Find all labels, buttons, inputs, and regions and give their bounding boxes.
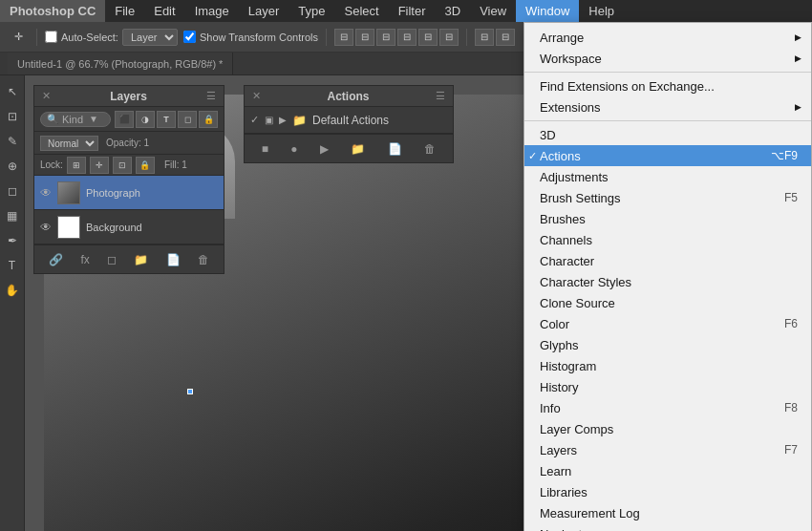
actions-panel-header: ✕ Actions ☰ [245,86,453,107]
document-tab[interactable]: Untitled-1 @ 66.7% (Photograph, RGB/8#) … [8,53,233,74]
filter-adjust-btn[interactable]: ◑ [136,111,155,128]
layers-search[interactable]: 🔍 Kind ▼ [40,112,111,127]
align-center-btn[interactable]: ⊟ [355,29,374,46]
lock-all-btn[interactable]: 🔒 [136,157,155,174]
app-name[interactable]: Photoshop CC [0,0,105,22]
align-left-btn[interactable]: ⊟ [334,29,353,46]
selection-handle-bl[interactable] [187,389,193,394]
actions-new-set-icon[interactable]: 📁 [351,142,365,156]
menu-find-extensions[interactable]: Find Extensions on Exchange... [524,75,811,96]
layers-panel-menu-icon[interactable]: ☰ [206,90,216,102]
align-top-btn[interactable]: ⊟ [397,29,417,46]
filter-pixel-btn[interactable]: ⬛ [115,111,134,128]
actions-default-row[interactable]: ✓ ▣ ▶ 📁 Default Actions [245,107,453,134]
navigator-label: Navigator [540,527,593,532]
eraser-tool-icon[interactable]: ◻ [2,181,23,202]
menu-actions[interactable]: ✓ Actions ⌥F9 [524,145,811,166]
menu-navigator[interactable]: Navigator [524,523,811,531]
menu-view[interactable]: View [470,0,516,22]
actions-record-icon[interactable]: ● [290,142,297,156]
menu-adjustments[interactable]: Adjustments [524,166,811,187]
layers-panel-title: Layers [110,90,147,103]
menu-image[interactable]: Image [185,0,239,22]
menu-workspace[interactable]: Workspace [524,48,811,69]
menu-filter[interactable]: Filter [389,0,436,22]
crop-tool-icon[interactable]: ⊡ [2,106,23,127]
menu-histogram[interactable]: Histogram [524,355,811,376]
footer-fx-icon[interactable]: fx [80,253,89,266]
menu-arrange[interactable]: Arrange [524,27,811,48]
menu-edit[interactable]: Edit [144,0,184,22]
actions-stop-icon[interactable]: ■ [262,142,268,156]
filter-text-btn[interactable]: T [157,111,176,128]
lock-pixels-btn[interactable]: ⊞ [67,157,86,174]
menu-info[interactable]: Info F8 [524,397,811,418]
menu-channels[interactable]: Channels [524,229,811,250]
gradient-tool-icon[interactable]: ▦ [2,205,23,226]
clone-tool-icon[interactable]: ⊕ [2,156,23,177]
actions-shortcut: ⌥F9 [771,149,798,162]
menu-character-styles[interactable]: Character Styles [524,271,811,292]
layer-eye-photograph[interactable]: 👁 [40,186,52,200]
align-middle-btn[interactable]: ⊟ [418,29,438,46]
actions-panel-close[interactable]: ✕ [252,90,261,102]
filter-smart-btn[interactable]: 🔒 [199,111,218,128]
menu-3d[interactable]: 3D [436,0,471,22]
menu-file[interactable]: File [105,0,144,22]
menu-libraries[interactable]: Libraries [524,481,811,502]
distribute-btn[interactable]: ⊟ [475,29,494,46]
auto-select-dropdown[interactable]: Layer [122,29,178,46]
menu-brushes[interactable]: Brushes [524,208,811,229]
brush-tool-icon[interactable]: ✎ [2,131,23,152]
histogram-label: Histogram [540,359,596,373]
footer-link-icon[interactable]: 🔗 [49,253,63,266]
layer-item-background[interactable]: 👁 Background [34,210,224,244]
menu-brush-settings[interactable]: Brush Settings F5 [524,187,811,208]
footer-delete-icon[interactable]: 🗑 [198,253,209,266]
actions-panel-menu-icon[interactable]: ☰ [436,90,445,102]
show-transform-checkbox[interactable] [183,31,196,43]
layers-panel-close[interactable]: ✕ [42,90,51,102]
menu-color[interactable]: Color F6 [524,313,811,334]
menu-layer-comps[interactable]: Layer Comps [524,418,811,439]
footer-group-icon[interactable]: 📁 [134,253,148,266]
layer-item-photograph[interactable]: 👁 Photograph [34,176,224,210]
distribute2-btn[interactable]: ⊟ [496,29,515,46]
menu-help[interactable]: Help [579,0,624,22]
align-right-btn[interactable]: ⊟ [376,29,395,46]
text-tool-icon[interactable]: T [2,255,23,276]
actions-delete-icon[interactable]: 🗑 [424,142,436,156]
menu-layers[interactable]: Layers F7 [524,439,811,460]
menu-measurement-log[interactable]: Measurement Log [524,502,811,523]
menu-layer[interactable]: Layer [239,0,289,22]
actions-arrow-icon[interactable]: ▶ [279,115,287,125]
menu-3d[interactable]: 3D [524,124,811,145]
auto-select-checkbox[interactable] [45,31,57,43]
actions-panel: ✕ Actions ☰ ✓ ▣ ▶ 📁 Default Actions ■ ● … [244,85,454,163]
pen-tool-icon[interactable]: ✒ [2,230,23,251]
selection-tool-icon[interactable]: ↖ [2,81,23,102]
menu-type[interactable]: Type [288,0,334,22]
actions-new-action-icon[interactable]: 📄 [388,142,402,156]
move-tool-icon[interactable]: ✛ [8,27,29,48]
footer-mask-icon[interactable]: ◻ [107,253,117,266]
lock-position-btn[interactable]: ✛ [90,157,109,174]
lock-art-btn[interactable]: ⊡ [113,157,132,174]
menu-character[interactable]: Character [524,250,811,271]
layer-eye-background[interactable]: 👁 [40,221,52,234]
menu-extensions[interactable]: Extensions [524,96,811,117]
actions-play-icon[interactable]: ▶ [320,142,329,156]
menu-glyphs[interactable]: Glyphs [524,334,811,355]
actions-panel-footer: ■ ● ▶ 📁 📄 🗑 [245,134,453,162]
blend-mode-select[interactable]: Normal [40,136,98,151]
align-bottom-btn[interactable]: ⊟ [439,29,459,46]
menu-select[interactable]: Select [334,0,388,22]
layers-panel-header: ✕ Layers ☰ [34,86,224,107]
hand-tool-icon[interactable]: ✋ [2,280,23,301]
menu-window[interactable]: Window [516,0,579,22]
footer-new-icon[interactable]: 📄 [166,253,181,266]
menu-clone-source[interactable]: Clone Source [524,292,811,313]
filter-shape-btn[interactable]: ◻ [178,111,197,128]
menu-history[interactable]: History [524,376,811,397]
menu-learn[interactable]: Learn [524,460,811,481]
